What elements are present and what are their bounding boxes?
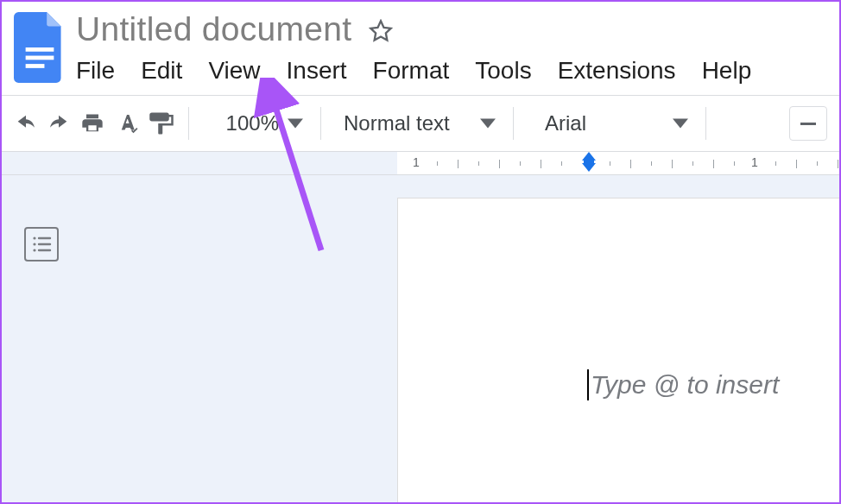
svg-rect-1 xyxy=(26,56,54,60)
toolbar-divider xyxy=(705,107,706,140)
ruler-ticks: 1 1 xyxy=(397,152,839,174)
toolbar-divider xyxy=(513,107,514,140)
toolbar: 100% Normal text Arial xyxy=(2,96,839,151)
doc-title[interactable]: Untitled document xyxy=(76,10,351,48)
font-family-select[interactable]: Arial xyxy=(528,111,692,135)
chevron-down-icon xyxy=(673,116,688,131)
svg-marker-3 xyxy=(371,21,391,40)
paint-format-icon[interactable] xyxy=(149,112,174,135)
font-size-decrease[interactable] xyxy=(789,106,827,141)
menu-file[interactable]: File xyxy=(76,57,115,85)
ruler[interactable]: 1 1 xyxy=(2,151,839,175)
chevron-down-icon xyxy=(480,116,496,131)
ruler-label: 1 xyxy=(751,155,758,169)
svg-rect-0 xyxy=(26,47,54,52)
chevron-down-icon xyxy=(288,116,303,131)
title-area: Untitled document File Edit View Insert … xyxy=(76,9,751,95)
title-row: Untitled document xyxy=(76,9,751,48)
paragraph-style-value: Normal text xyxy=(344,111,450,135)
text-cursor xyxy=(587,369,589,400)
ruler-margin-mask xyxy=(2,152,397,174)
svg-point-9 xyxy=(33,249,35,251)
paragraph-style-select[interactable]: Normal text xyxy=(335,111,499,135)
menu-view[interactable]: View xyxy=(208,57,260,85)
app-frame: Untitled document File Edit View Insert … xyxy=(0,0,841,504)
editor-placeholder: Type @ to insert xyxy=(591,370,779,400)
menubar: File Edit View Insert Format Tools Exten… xyxy=(76,48,751,95)
svg-rect-2 xyxy=(26,64,45,68)
redo-icon[interactable] xyxy=(47,115,71,132)
zoom-value: 100% xyxy=(226,111,279,135)
font-family-value: Arial xyxy=(545,111,586,135)
svg-point-7 xyxy=(33,243,35,245)
show-outline-button[interactable] xyxy=(24,227,59,261)
document-page[interactable] xyxy=(397,198,839,502)
header: Untitled document File Edit View Insert … xyxy=(2,2,839,95)
zoom-select[interactable]: 100% xyxy=(203,111,307,135)
undo-icon[interactable] xyxy=(14,115,38,132)
menu-help[interactable]: Help xyxy=(702,57,752,85)
menu-edit[interactable]: Edit xyxy=(141,57,182,85)
menu-insert[interactable]: Insert xyxy=(287,57,347,85)
list-icon xyxy=(31,235,52,254)
docs-logo-icon xyxy=(14,12,66,83)
star-icon[interactable] xyxy=(369,19,393,43)
menu-format[interactable]: Format xyxy=(373,57,450,85)
document-canvas[interactable]: Type @ to insert xyxy=(2,175,839,502)
svg-point-5 xyxy=(33,236,35,239)
spellcheck-icon[interactable] xyxy=(114,110,140,136)
menu-extensions[interactable]: Extensions xyxy=(558,57,676,85)
print-icon[interactable] xyxy=(79,111,105,135)
toolbar-divider xyxy=(320,107,321,140)
editor-cursor-area: Type @ to insert xyxy=(587,369,779,400)
left-indent-marker[interactable] xyxy=(582,163,596,172)
menu-tools[interactable]: Tools xyxy=(475,57,531,85)
svg-rect-4 xyxy=(800,123,816,125)
toolbar-divider xyxy=(188,107,189,140)
ruler-label: 1 xyxy=(413,155,420,169)
